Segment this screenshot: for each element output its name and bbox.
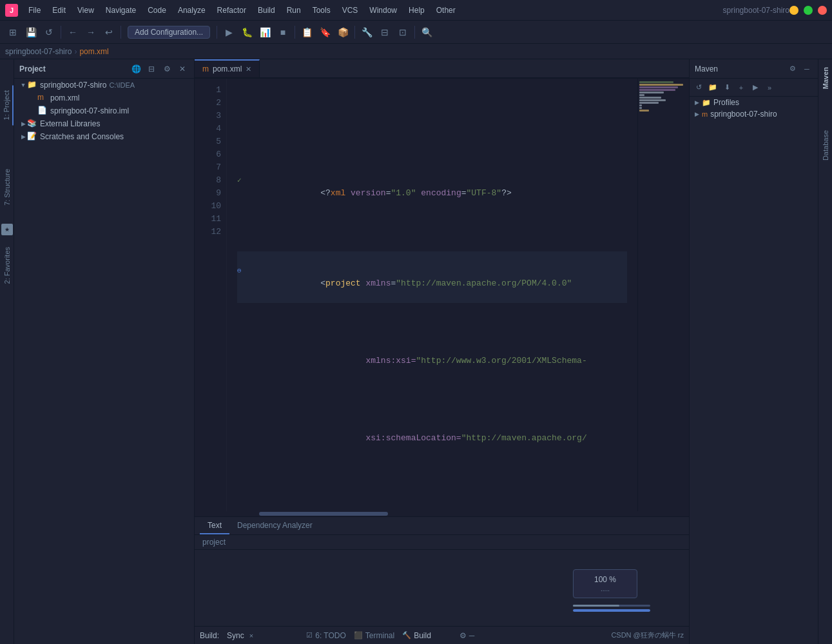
menu-edit[interactable]: Edit [47, 5, 71, 16]
menu-code[interactable]: Code [142, 5, 171, 16]
tab-pom-xml[interactable]: m pom.xml ✕ [195, 59, 260, 77]
toolbar-run-icon[interactable]: ▶ [221, 24, 237, 40]
sidebar-collapse-icon[interactable]: ⊟ [145, 63, 158, 75]
strip-project-tab[interactable]: 1: Project [1, 85, 14, 125]
minimize-button[interactable]: — [789, 6, 798, 15]
menu-vcs[interactable]: VCS [337, 5, 363, 16]
bottom-tab-dependency[interactable]: Dependency Analyzer [229, 518, 320, 534]
todo-label: 6: TODO [315, 631, 346, 640]
tree-item-iml[interactable]: 📄 springboot-07-shiro.iml [14, 104, 194, 117]
database-strip-label[interactable]: Database [820, 125, 831, 166]
menu-help[interactable]: Help [403, 5, 430, 16]
breadcrumb-project[interactable]: springboot-07-shiro [5, 47, 72, 56]
strip-minimize-icon[interactable]: ─ [469, 631, 475, 640]
menu-run[interactable]: Run [282, 5, 306, 16]
toolbar-save-icon[interactable]: 💾 [23, 24, 39, 40]
strip-todo[interactable]: ☑ 6: TODO [306, 631, 346, 640]
toolbar-debug-icon[interactable]: 🐛 [239, 24, 255, 40]
maven-refresh-icon[interactable]: ↺ [692, 81, 705, 94]
menu-file[interactable]: File [23, 5, 46, 16]
run-configuration-button[interactable]: Add Configuration... [128, 26, 210, 39]
toolbar-wrench-icon[interactable]: 🔧 [359, 24, 374, 40]
menu-bar: File Edit View Navigate Code Analyze Ref… [23, 5, 723, 16]
maven-folder-icon[interactable]: 📁 [706, 81, 719, 94]
toolbar-project-icon[interactable]: ⊞ [5, 24, 21, 40]
xml-str-encoding: "UTF-8" [467, 188, 502, 198]
toolbar-stop-icon[interactable]: ■ [275, 24, 291, 40]
maven-add-icon[interactable]: + [735, 81, 748, 94]
minimap-content [638, 79, 689, 115]
horizontal-scrollbar-thumb[interactable] [259, 512, 388, 516]
maven-more-icon[interactable]: » [763, 81, 776, 94]
strip-sync-button[interactable]: Sync × [227, 631, 253, 640]
menu-analyze[interactable]: Analyze [173, 5, 211, 16]
sidebar-gear-icon[interactable]: ⚙ [160, 63, 173, 75]
toolbar-search-icon[interactable]: 🔍 [419, 24, 434, 40]
toolbar-refresh-icon[interactable]: ↺ [41, 24, 57, 40]
maven-close-icon[interactable]: ─ [801, 63, 813, 75]
tree-item-external-libs[interactable]: ▶ 📚 External Libraries [14, 117, 194, 130]
toolbar-forward-icon[interactable]: → [83, 24, 99, 40]
strip-build-tab[interactable]: 🔨 Build [402, 631, 431, 640]
toolbar-profile-icon[interactable]: 📊 [257, 24, 273, 40]
sidebar-close-icon[interactable]: ✕ [176, 63, 189, 75]
close-button[interactable]: ✕ [818, 6, 827, 15]
app-logo: J [5, 4, 18, 17]
menu-window[interactable]: Window [364, 5, 402, 16]
right-strip: Maven Database [818, 59, 832, 644]
sidebar-globe-icon[interactable]: 🌐 [130, 63, 142, 75]
toolbar-build-artifacts-icon[interactable]: 📦 [335, 24, 351, 40]
tree-arrow-pom [30, 94, 37, 102]
code-line-5: <modelVersion>4.0.0</modelVersion> [237, 496, 627, 511]
maximize-button[interactable]: □ [804, 6, 813, 15]
left-strip: 1: Project 7: Structure ★ 2: Favorites [0, 59, 14, 644]
code-editor[interactable]: ✓ <?xml version="1.0" encoding="UTF-8"?>… [227, 79, 637, 511]
menu-other[interactable]: Other [431, 5, 461, 16]
xml-str-version: "1.0" [391, 188, 416, 198]
toolbar-back-icon[interactable]: ← [65, 24, 81, 40]
toolbar-revert-icon[interactable]: ↩ [101, 24, 117, 40]
menu-refactor[interactable]: Refactor [212, 5, 251, 16]
strip-structure-tab[interactable]: 7: Structure [1, 164, 13, 211]
menu-build[interactable]: Build [253, 5, 280, 16]
profiles-icon: 📁 [702, 99, 711, 107]
tab-close-icon[interactable]: ✕ [246, 65, 251, 73]
toolbar-coverage-icon[interactable]: 📋 [299, 24, 314, 40]
maven-project-item[interactable]: ▶ m springboot-07-shiro [690, 108, 818, 120]
xml-bracket-2: ?> [501, 188, 512, 198]
xml-str-schema: "http://maven.apache.org/ [461, 433, 587, 443]
toolbar-separator-5 [354, 26, 355, 39]
tree-item-pom[interactable]: m pom.xml [14, 92, 194, 104]
fold-icon-2[interactable]: ⊖ [237, 264, 242, 277]
maven-download-icon[interactable]: ⬇ [721, 81, 733, 94]
maven-run-icon[interactable]: ▶ [749, 81, 762, 94]
toolbar-inspect-icon[interactable]: ⊡ [395, 24, 411, 40]
maven-strip-label[interactable]: Maven [820, 62, 831, 94]
bottom-tab-text[interactable]: Text [200, 518, 229, 534]
toolbar-layout-icon[interactable]: ⊟ [377, 24, 392, 40]
line-numbers: 1 2 3 4 5 6 7 8 9 10 11 12 [195, 79, 227, 511]
menu-tools[interactable]: Tools [307, 5, 336, 16]
maven-profiles-item[interactable]: ▶ 📁 Profiles [690, 97, 818, 108]
breadcrumb-file[interactable]: pom.xml [79, 47, 108, 56]
maven-profiles-label: Profiles [713, 98, 739, 107]
menu-navigate[interactable]: Navigate [101, 5, 141, 16]
sidebar-actions: 🌐 ⊟ ⚙ ✕ [130, 63, 189, 75]
tree-item-scratches[interactable]: ▶ 📝 Scratches and Consoles [14, 130, 194, 143]
toolbar-annotate-icon[interactable]: 🔖 [317, 24, 333, 40]
xml-bracket-1: <? [320, 188, 331, 198]
sync-close-icon[interactable]: × [249, 632, 253, 639]
code-line-3: xmlns:xsi="http://www.w3.org/2001/XMLSch… [237, 342, 627, 380]
maven-tree: ▶ 📁 Profiles ▶ m springboot-07-shiro [690, 97, 818, 644]
editor-content[interactable]: 1 2 3 4 5 6 7 8 9 10 11 12 [195, 79, 689, 511]
tree-item-root[interactable]: ▼ 📁 springboot-07-shiro C:\IDEA [14, 79, 194, 92]
strip-terminal[interactable]: ⬛ Terminal [354, 631, 394, 640]
menu-view[interactable]: View [72, 5, 99, 16]
strip-icon-btn[interactable]: ★ [1, 224, 13, 235]
strip-favorites-tab[interactable]: 2: Favorites [1, 242, 13, 289]
maven-gear-icon[interactable]: ⚙ [787, 63, 798, 75]
strip-gear-icon[interactable]: ⚙ [460, 631, 467, 640]
tree-ext-libs-label: External Libraries [40, 119, 100, 128]
horizontal-scrollbar[interactable] [195, 511, 689, 516]
line-num-11: 11 [195, 213, 221, 226]
